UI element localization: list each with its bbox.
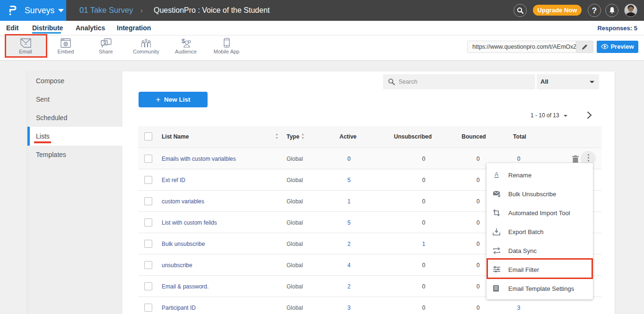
svg-text:$: $ xyxy=(182,38,185,44)
svg-text:A: A xyxy=(495,171,498,178)
